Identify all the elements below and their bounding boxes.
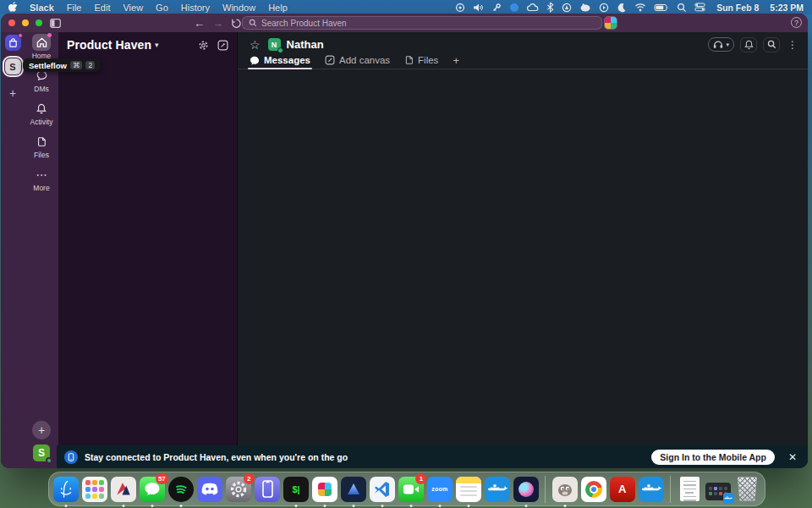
focus-moon-icon[interactable] xyxy=(617,3,627,13)
menu-window[interactable]: Window xyxy=(222,3,255,13)
cloud-icon[interactable] xyxy=(527,3,539,13)
home-notification-dot xyxy=(47,33,52,37)
tab-add-canvas[interactable]: Add canvas xyxy=(325,55,390,69)
target-status-icon[interactable] xyxy=(562,3,572,13)
minimize-window-button[interactable] xyxy=(22,19,29,26)
tooltip-num-key: 2 xyxy=(85,61,95,70)
dock-gimp-icon[interactable] xyxy=(551,477,578,502)
dock-design-app-icon[interactable] xyxy=(111,477,137,502)
add-tab-button[interactable]: + xyxy=(453,54,459,67)
volume-icon[interactable] xyxy=(473,3,484,13)
dock-acrobat-icon[interactable]: A xyxy=(609,477,635,502)
dock-navigation-app-icon[interactable] xyxy=(341,477,367,502)
window-titlebar[interactable]: ← → ? xyxy=(1,14,808,32)
blue-dot-status-icon[interactable] xyxy=(509,3,519,13)
tab-messages[interactable]: Messages xyxy=(250,55,310,69)
menu-bar-date[interactable]: Sun Feb 8 xyxy=(716,3,759,13)
bluetooth-icon[interactable] xyxy=(546,2,554,13)
animal-status-icon[interactable] xyxy=(579,3,591,12)
dock-window-preview-icon[interactable] xyxy=(705,478,732,500)
workspace-product-haven-icon[interactable] xyxy=(5,35,21,51)
conversation-search-icon[interactable] xyxy=(763,37,780,52)
workspace-name-button[interactable]: Product Haven xyxy=(67,38,151,52)
tab-messages-label: Messages xyxy=(264,55,310,65)
play-circle-icon[interactable] xyxy=(599,3,609,13)
notifications-bell-icon[interactable] xyxy=(740,37,757,52)
help-button[interactable]: ? xyxy=(791,17,802,28)
dock-facetime-icon[interactable]: 1 xyxy=(398,477,424,502)
record-status-icon[interactable] xyxy=(455,3,465,13)
menu-file[interactable]: File xyxy=(67,3,82,13)
dock-docker-desktop-icon[interactable] xyxy=(638,477,664,502)
search-input[interactable] xyxy=(261,19,595,28)
apple-menu-icon[interactable] xyxy=(8,2,18,13)
menu-edit[interactable]: Edit xyxy=(94,3,110,13)
dock-system-settings-icon[interactable]: 2 xyxy=(226,477,252,502)
nav-activity[interactable]: Activity xyxy=(30,100,53,126)
add-workspace-button[interactable]: + xyxy=(9,86,16,100)
nav-home[interactable]: Home xyxy=(32,34,52,60)
conversation-avatar[interactable]: N xyxy=(268,38,281,51)
conversation-title[interactable]: Nathan xyxy=(287,38,324,51)
filter-gear-icon[interactable] xyxy=(198,40,209,51)
terminal-prompt-glyph: $| xyxy=(292,484,299,494)
huddle-button[interactable]: ▾ xyxy=(708,37,734,52)
sidebar-toggle-icon[interactable] xyxy=(50,19,61,28)
activity-bell-icon xyxy=(32,100,51,117)
dock-launchpad-icon[interactable] xyxy=(82,477,108,502)
more-options-kebab-icon[interactable]: ⋮ xyxy=(786,39,799,51)
key-icon[interactable] xyxy=(491,3,502,13)
tab-files[interactable]: Files xyxy=(404,55,438,69)
desktop: Slack File Edit View Go History Window H… xyxy=(0,0,812,508)
dock-messages-icon[interactable]: 57 xyxy=(140,477,166,502)
menu-history[interactable]: History xyxy=(181,3,210,13)
dock-zoom-icon[interactable]: zoom xyxy=(426,477,453,502)
battery-icon[interactable] xyxy=(654,3,669,12)
workspace-search-bar[interactable] xyxy=(242,16,602,30)
history-icon[interactable] xyxy=(231,18,242,29)
menu-app-name[interactable]: Slack xyxy=(30,3,54,13)
wifi-icon[interactable] xyxy=(634,3,646,12)
dock-iphone-mirroring-icon[interactable] xyxy=(255,477,281,502)
dock-siri-icon[interactable] xyxy=(513,477,539,502)
zoom-window-button[interactable] xyxy=(36,19,42,26)
compose-icon[interactable] xyxy=(217,40,228,51)
menu-help[interactable]: Help xyxy=(268,3,288,13)
nav-files[interactable]: Files xyxy=(32,133,51,159)
nav-column: Home DMs Activity xyxy=(25,32,58,468)
dock-notes-icon[interactable] xyxy=(455,477,481,502)
dock-docker-icon[interactable] xyxy=(484,477,510,502)
zoom-wordmark: zoom xyxy=(431,486,447,492)
dock-vscode-icon[interactable] xyxy=(369,477,395,502)
nav-dms-label: DMs xyxy=(34,85,48,93)
back-button[interactable]: ← xyxy=(194,17,205,30)
workspace-settleflow-icon[interactable]: S xyxy=(5,58,21,75)
slack-theme-icon[interactable] xyxy=(605,17,617,29)
dock-slack-icon[interactable] xyxy=(312,477,338,502)
banner-close-icon[interactable]: ✕ xyxy=(788,451,797,463)
menu-view[interactable]: View xyxy=(123,3,143,13)
menu-go[interactable]: Go xyxy=(156,3,168,13)
menu-bar-clock[interactable]: 5:23 PM xyxy=(770,3,804,13)
dock-terminal-icon[interactable]: $| xyxy=(283,477,310,502)
dock-document-preview-icon[interactable] xyxy=(677,477,703,501)
dock-discord-icon[interactable] xyxy=(197,477,223,502)
dock-trash-icon[interactable] xyxy=(734,477,760,501)
control-center-icon[interactable] xyxy=(694,3,705,12)
forward-button[interactable]: → xyxy=(212,17,223,30)
close-window-button[interactable] xyxy=(8,19,15,26)
dock-finder-icon[interactable] xyxy=(53,477,80,502)
dock-separator xyxy=(545,476,546,503)
dock-spotify-icon[interactable] xyxy=(168,477,195,502)
workspace-notification-dot xyxy=(18,33,23,38)
nav-files-label: Files xyxy=(34,151,49,159)
user-avatar[interactable]: S xyxy=(33,444,50,461)
nav-more[interactable]: ⋯ More xyxy=(32,166,51,192)
dock-chrome-icon[interactable] xyxy=(580,477,606,502)
settings-badge: 2 xyxy=(244,473,255,484)
star-conversation-icon[interactable]: ☆ xyxy=(250,38,261,52)
create-new-button[interactable]: + xyxy=(32,421,51,439)
sign-in-mobile-button[interactable]: Sign In to the Mobile App xyxy=(651,450,775,465)
spotlight-search-icon[interactable] xyxy=(677,3,687,13)
nav-more-label: More xyxy=(33,184,49,192)
